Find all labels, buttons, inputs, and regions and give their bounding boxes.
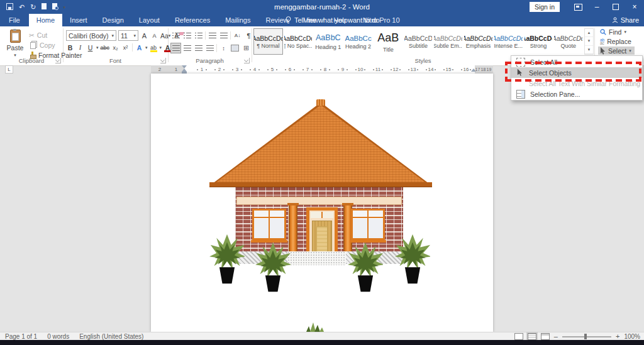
decrease-indent-button[interactable]	[207, 30, 218, 41]
read-mode-icon[interactable]	[514, 333, 523, 340]
shading-button[interactable]	[230, 43, 240, 53]
styles-scroll-up-icon[interactable]: ▲	[585, 29, 593, 37]
style-item[interactable]: AaBbCcDd ¶ Normal	[253, 28, 283, 55]
potted-plant[interactable]	[395, 233, 430, 286]
left-window[interactable]	[252, 209, 286, 240]
font-group: Calibri (Body)▾ 11▾ A A Aa▾ A B I U▾ abc…	[63, 26, 168, 65]
styles-scroll-down-icon[interactable]: ▼	[585, 37, 593, 45]
zoom-in-icon[interactable]: +	[616, 333, 619, 340]
style-item[interactable]: AaBbCcDd Quote	[553, 28, 583, 55]
potted-plant[interactable]	[255, 241, 291, 294]
grow-font-button[interactable]: A	[140, 31, 148, 40]
clipboard-dialog-launcher-icon[interactable]	[55, 58, 61, 63]
numbering-icon	[184, 33, 191, 38]
ribbon-tab[interactable]: Home	[29, 14, 62, 26]
line-spacing-button[interactable]: ↕	[218, 43, 229, 53]
right-indent-marker[interactable]	[471, 68, 476, 72]
right-window[interactable]	[351, 209, 385, 240]
status-bar: Page 1 of 1 0 words English (United Stat…	[0, 332, 644, 341]
zoom-percent[interactable]: 100%	[624, 333, 640, 340]
strikethrough-button[interactable]: abc	[101, 43, 110, 52]
bold-button[interactable]: B	[66, 43, 74, 52]
web-layout-icon[interactable]	[541, 333, 550, 340]
style-item[interactable]: AaBbCcDd Intense E...	[494, 28, 523, 55]
subscript-button[interactable]: x₂	[111, 43, 119, 52]
superscript-button[interactable]: x²	[121, 43, 130, 52]
select-dropdown-menu: Select All Select Objects Select All Tex…	[511, 55, 643, 101]
ribbon-tab[interactable]: Insert	[62, 14, 95, 26]
align-left-button[interactable]	[170, 43, 181, 53]
increase-indent-button[interactable]	[218, 30, 229, 41]
customize-qat-icon[interactable]: ▾	[63, 5, 65, 9]
tab-selector[interactable]: L	[5, 65, 13, 74]
borders-button[interactable]: ⊞	[241, 43, 252, 53]
lightbulb-icon	[286, 16, 291, 24]
style-item[interactable]: AaBbCc Heading 2	[343, 28, 373, 55]
person-icon	[612, 17, 618, 23]
save-icon[interactable]	[6, 3, 13, 11]
style-item[interactable]: AaBbCcD Subtitle	[404, 28, 433, 55]
close-button[interactable]: ×	[625, 0, 644, 14]
menu-item[interactable]: Select All	[511, 57, 642, 67]
ribbon-tab[interactable]: File	[0, 14, 29, 26]
paragraph-dialog-launcher-icon[interactable]	[244, 58, 250, 63]
redo-icon[interactable]: ↻	[30, 4, 36, 11]
roof[interactable]	[216, 105, 425, 182]
multilevel-list-button[interactable]	[193, 30, 204, 41]
ribbon-display-options-icon[interactable]	[569, 0, 587, 14]
grass-tuft[interactable]	[304, 322, 326, 332]
new-document-icon[interactable]	[42, 3, 47, 11]
ribbon-tab[interactable]: Design	[95, 14, 131, 26]
undo-icon[interactable]: ↶	[19, 4, 25, 11]
word-count[interactable]: 0 words	[47, 333, 69, 340]
zoom-slider-thumb[interactable]	[584, 334, 587, 339]
underline-button[interactable]: U	[86, 43, 94, 52]
share-button[interactable]: Share	[612, 14, 639, 26]
select-button[interactable]: Select▾	[598, 47, 635, 55]
ribbon-tab[interactable]: Layout	[131, 14, 167, 26]
font-name-combo[interactable]: Calibri (Body)▾	[66, 30, 116, 41]
style-item[interactable]: AaBbCcDd Subtle Em...	[433, 28, 463, 55]
menu-item[interactable]: Selection Pane...	[511, 89, 642, 99]
sign-in-button[interactable]: Sign in	[530, 2, 560, 12]
restore-button[interactable]	[606, 0, 625, 14]
horizontal-ruler[interactable]: 21 12345678910111213141516 171819	[151, 65, 493, 74]
styles-more-icon[interactable]: ▼	[585, 46, 593, 54]
potted-plant[interactable]	[209, 233, 245, 286]
language-status[interactable]: English (United States)	[79, 333, 143, 340]
align-right-button[interactable]	[193, 43, 204, 53]
highlight-color-button[interactable]: ab	[150, 43, 158, 52]
menu-item[interactable]: Select Objects	[511, 67, 642, 78]
minimize-button[interactable]: –	[587, 0, 606, 14]
italic-button[interactable]: I	[76, 43, 84, 52]
document-page[interactable]	[151, 74, 493, 332]
potted-plant[interactable]	[348, 241, 383, 294]
bullets-icon	[172, 33, 180, 38]
bullets-button[interactable]	[170, 30, 181, 41]
ribbon-tab[interactable]: References	[167, 14, 218, 26]
justify-button[interactable]	[204, 43, 215, 53]
shrink-font-button[interactable]: A	[150, 31, 158, 40]
tell-me-box[interactable]: Tell me what you want to do	[286, 14, 380, 26]
page-count[interactable]: Page 1 of 1	[5, 333, 37, 340]
style-item[interactable]: AaB Title	[374, 28, 403, 55]
sort-button[interactable]: A↓	[232, 30, 243, 41]
zoom-slider[interactable]	[562, 336, 611, 337]
text-effects-button[interactable]: A	[135, 43, 143, 52]
ribbon-tab[interactable]: Mailings	[218, 14, 258, 26]
font-dialog-launcher-icon[interactable]	[160, 58, 166, 63]
print-layout-icon[interactable]	[528, 333, 536, 340]
clipboard-icon	[10, 30, 21, 43]
style-item[interactable]: AaBbCcDd ¶ No Spac...	[284, 28, 313, 55]
numbering-button[interactable]	[182, 30, 192, 41]
zoom-out-icon[interactable]: –	[554, 333, 558, 340]
print-preview-icon[interactable]	[52, 3, 57, 11]
find-button[interactable]: Find▾	[598, 28, 644, 36]
style-item[interactable]: AaBbC Heading 1	[313, 28, 343, 55]
quick-access-toolbar: ↶ ↻ ▾	[6, 3, 65, 11]
font-size-combo[interactable]: 11▾	[118, 30, 138, 41]
align-center-button[interactable]	[182, 43, 192, 53]
replace-button[interactable]: abac Replace	[598, 37, 644, 45]
style-item[interactable]: AaBbCcDc Strong	[524, 28, 553, 55]
style-item[interactable]: AaBbCcDd Emphasis	[464, 28, 493, 55]
